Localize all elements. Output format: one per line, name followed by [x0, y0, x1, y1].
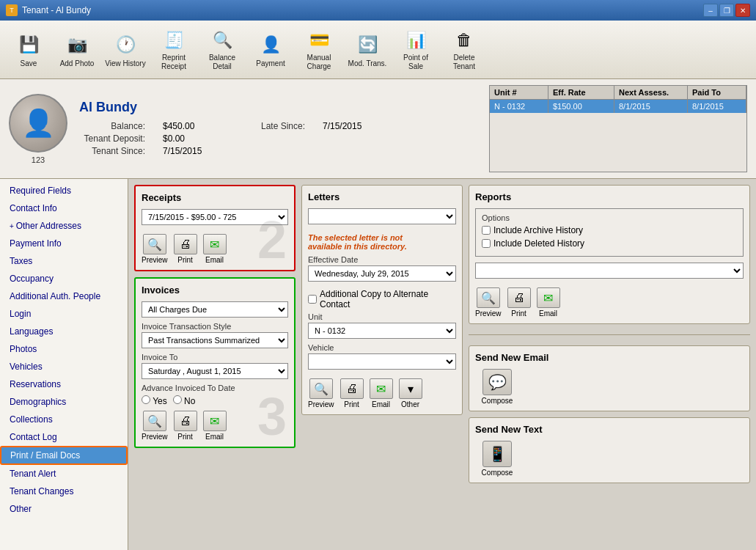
reports-email-button[interactable]: ✉ Email [537, 287, 560, 318]
text-compose-button[interactable]: 📱 Compose [475, 441, 519, 477]
sidebar-item-demographics[interactable]: Demographics [0, 393, 128, 411]
title-bar: T Tenant - Al Bundy – ❐ ✕ [0, 0, 756, 21]
sidebar-item-required-fields[interactable]: Required Fields [0, 182, 128, 199]
reports-print-label: Print [511, 309, 526, 318]
invoices-charges-dropdown[interactable]: All Charges Due [142, 301, 288, 318]
letters-dropdown[interactable] [308, 208, 456, 224]
payment-label: Payment [256, 59, 285, 68]
deposit-value: $0.00 [163, 133, 221, 144]
point-of-sale-button[interactable]: 📊 Point of Sale [393, 25, 438, 75]
advance-yes-radio[interactable] [142, 395, 150, 404]
alt-copy-checkbox[interactable] [308, 295, 317, 304]
app-icon: T [6, 4, 18, 16]
unit-table-header: Unit # Eff. Rate Next Assess. Paid To [490, 86, 746, 100]
advance-no-label: No [184, 396, 195, 406]
sidebar-item-occupancy[interactable]: Occupancy [0, 270, 128, 287]
sidebar-item-photos[interactable]: Photos [0, 340, 128, 358]
invoices-email-button[interactable]: ✉ Email [203, 411, 227, 441]
invoice-to-label: Invoice To [142, 353, 288, 362]
reports-print-icon: 🖨 [507, 287, 531, 308]
advance-no-radio[interactable] [173, 395, 182, 404]
letters-print-button[interactable]: 🖨 Print [340, 378, 364, 408]
sidebar-item-contact-log[interactable]: Contact Log [0, 428, 128, 446]
send-text-title: Send New Text [475, 424, 744, 435]
tenant-name: Al Bundy [79, 100, 477, 115]
close-button[interactable]: ✕ [735, 4, 750, 17]
include-archive-label: Include Archive History [493, 225, 583, 235]
letters-email-label: Email [372, 400, 390, 408]
advance-label: Advance Invoiced To Date [142, 384, 288, 392]
letters-email-button[interactable]: ✉ Email [370, 378, 393, 408]
options-group: Options Include Archive History Include … [475, 208, 744, 257]
unit-dropdown[interactable]: N - 0132 [308, 323, 456, 339]
send-email-panel: Send New Email 💬 Compose [469, 345, 750, 411]
sidebar-item-payment-info[interactable]: Payment Info [0, 235, 128, 252]
sidebar-item-other-addresses[interactable]: Other Addresses [0, 217, 128, 235]
invoices-preview-label: Preview [142, 433, 168, 441]
eff-rate-col-header: Eff. Rate [548, 86, 614, 99]
reports-btn-row: 🔍 Preview 🖨 Print ✉ Email [475, 287, 744, 318]
reprint-receipt-label: Reprint Receipt [153, 54, 194, 71]
letters-email-icon: ✉ [370, 378, 393, 399]
reports-preview-button[interactable]: 🔍 Preview [475, 287, 502, 318]
sidebar-item-tenant-alert[interactable]: Tenant Alert [0, 465, 128, 483]
receipts-email-button[interactable]: ✉ Email [203, 234, 227, 264]
include-archive-checkbox[interactable] [482, 226, 491, 235]
letters-title: Letters [308, 191, 456, 202]
reports-preview-label: Preview [475, 309, 502, 318]
balance-detail-button[interactable]: 🔍 Balance Detail [199, 25, 245, 75]
add-photo-button[interactable]: 📷 Add Photo [54, 25, 100, 75]
reports-title: Reports [475, 191, 744, 202]
receipts-email-icon: ✉ [203, 234, 227, 254]
email-compose-button[interactable]: 💬 Compose [475, 369, 519, 405]
send-text-panel: Send New Text 📱 Compose [469, 417, 750, 483]
minimize-button[interactable]: – [703, 4, 718, 17]
invoice-style-dropdown[interactable]: Past Transactions Summarized [142, 332, 288, 348]
invoices-print-button[interactable]: 🖨 Print [174, 411, 197, 441]
mod-trans-button[interactable]: 🔄 Mod. Trans. [345, 25, 390, 75]
sidebar-item-additional-auth[interactable]: Additional Auth. People [0, 287, 128, 305]
delete-tenant-label: Delete Tenant [444, 54, 485, 71]
payment-button[interactable]: 👤 Payment [248, 25, 293, 75]
mod-trans-label: Mod. Trans. [348, 59, 387, 68]
unit-table-empty [490, 113, 746, 172]
sidebar-item-vehicles[interactable]: Vehicles [0, 358, 128, 375]
sidebar-item-languages[interactable]: Languages [0, 323, 128, 340]
view-history-button[interactable]: 🕐 View History [103, 25, 148, 75]
restore-button[interactable]: ❐ [719, 4, 734, 17]
save-button[interactable]: 💾 Save [6, 25, 51, 75]
letters-preview-button[interactable]: 🔍 Preview [308, 378, 334, 408]
alt-copy-row: Additional Copy to Alternate Contact [308, 289, 456, 309]
receipts-preview-button[interactable]: 🔍 Preview [142, 234, 168, 264]
reprint-receipt-button[interactable]: 🧾 Reprint Receipt [151, 25, 197, 75]
invoices-print-icon: 🖨 [174, 411, 197, 431]
reports-print-button[interactable]: 🖨 Print [507, 287, 531, 318]
receipts-dropdown[interactable]: 7/15/2015 - $95.00 - 725 [142, 209, 288, 225]
vehicle-dropdown[interactable] [308, 353, 456, 370]
invoices-btn-row: 🔍 Preview 🖨 Print ✉ Email [142, 411, 288, 441]
delete-tenant-button[interactable]: 🗑 Delete Tenant [441, 25, 487, 75]
sidebar-item-login[interactable]: Login [0, 305, 128, 323]
sidebar-item-other[interactable]: Other [0, 500, 128, 518]
balance-detail-icon: 🔍 [209, 29, 235, 52]
include-deleted-checkbox[interactable] [482, 239, 491, 248]
letters-preview-label: Preview [308, 400, 334, 408]
manual-charge-button[interactable]: 💳 Manual Charge [296, 25, 342, 75]
invoices-preview-button[interactable]: 🔍 Preview [142, 411, 168, 441]
sidebar-item-contact-info[interactable]: Contact Info [0, 199, 128, 217]
receipts-print-button[interactable]: 🖨 Print [174, 234, 197, 264]
invoice-to-dropdown[interactable]: Saturday , August 1, 2015 [142, 363, 288, 379]
sidebar-item-collections[interactable]: Collections [0, 411, 128, 428]
reports-dropdown[interactable] [475, 263, 744, 279]
unit-col-header: Unit # [490, 86, 548, 99]
sidebar-item-print-email-docs[interactable]: Print / Email Docs [0, 446, 128, 465]
text-compose-label: Compose [482, 469, 513, 477]
letters-other-button[interactable]: ▾ Other [399, 378, 422, 408]
sidebar-item-taxes[interactable]: Taxes [0, 252, 128, 270]
unit-table-row[interactable]: N - 0132 $150.00 8/1/2015 8/1/2015 [490, 100, 746, 113]
reports-email-icon: ✉ [537, 287, 560, 308]
effective-date-dropdown[interactable]: Wednesday, July 29, 2015 [308, 265, 456, 282]
sidebar-item-reservations[interactable]: Reservations [0, 375, 128, 393]
tenant-details: Al Bundy Balance: $450.00 Late Since: 7/… [79, 100, 477, 158]
sidebar-item-tenant-changes[interactable]: Tenant Changes [0, 483, 128, 500]
